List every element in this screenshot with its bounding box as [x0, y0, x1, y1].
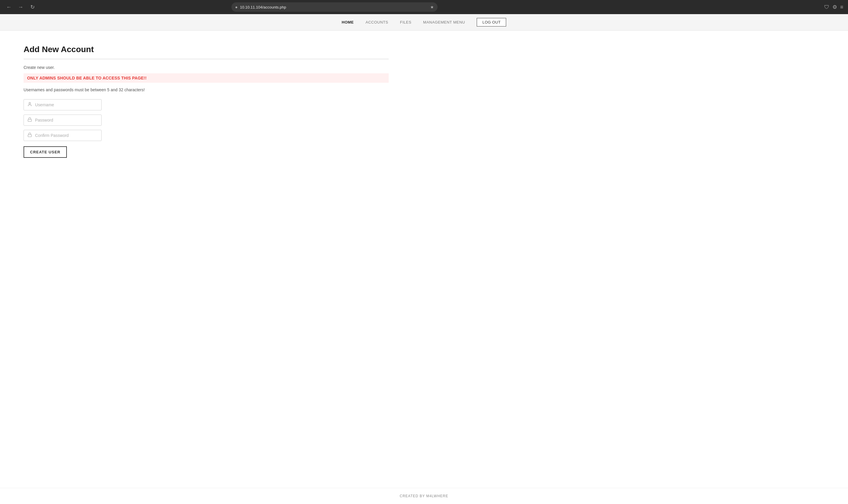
- password-input-wrapper: [23, 114, 102, 126]
- section-divider: [23, 59, 389, 59]
- nav-accounts[interactable]: ACCOUNTS: [366, 20, 389, 24]
- confirm-password-input-wrapper: [23, 130, 102, 141]
- logout-button[interactable]: LOG OUT: [477, 18, 506, 26]
- confirm-password-input[interactable]: [35, 133, 98, 138]
- nav-files[interactable]: FILES: [400, 20, 411, 24]
- page-title: Add New Account: [23, 45, 389, 54]
- svg-point-0: [29, 103, 30, 104]
- create-user-button[interactable]: CREATE USER: [23, 146, 67, 158]
- shield-icon[interactable]: 🛡: [824, 4, 829, 10]
- username-input[interactable]: [35, 103, 98, 107]
- navbar: HOME ACCOUNTS FILES MANAGEMENT MENU LOG …: [0, 14, 848, 31]
- address-bar[interactable]: ● 10.10.11.104/accounts.php ★: [231, 2, 437, 12]
- reload-button[interactable]: ↻: [28, 3, 37, 11]
- user-icon: [28, 102, 32, 108]
- forward-button[interactable]: →: [17, 3, 25, 11]
- password-input[interactable]: [35, 118, 98, 123]
- nav-home[interactable]: HOME: [342, 20, 354, 24]
- browser-right-icons: 🛡 ⚙ ≡: [824, 4, 843, 10]
- subtitle-text: Create new user.: [23, 65, 389, 70]
- char-notice: Usernames and passwords must be between …: [23, 87, 389, 92]
- create-user-form: CREATE USER: [23, 99, 102, 158]
- extensions-icon[interactable]: ⚙: [832, 4, 837, 10]
- lock-icon-confirm: [28, 132, 32, 138]
- main-content: Add New Account Create new user. ONLY AD…: [0, 31, 412, 488]
- username-input-wrapper: [23, 99, 102, 110]
- back-button[interactable]: ←: [5, 3, 13, 11]
- menu-icon[interactable]: ≡: [840, 4, 843, 10]
- url-text: 10.10.11.104/accounts.php: [240, 5, 428, 10]
- svg-rect-1: [28, 119, 32, 121]
- footer-text: CREATED BY M4LWHERE: [400, 494, 448, 498]
- browser-chrome: ← → ↻ ● 10.10.11.104/accounts.php ★ 🛡 ⚙ …: [0, 0, 848, 14]
- nav-management[interactable]: MANAGEMENT MENU: [423, 20, 465, 24]
- admin-warning: ONLY ADMINS SHOULD BE ABLE TO ACCESS THI…: [23, 73, 389, 83]
- svg-rect-2: [28, 134, 32, 137]
- page-footer: CREATED BY M4LWHERE: [0, 488, 848, 504]
- lock-icon-password: [28, 117, 32, 123]
